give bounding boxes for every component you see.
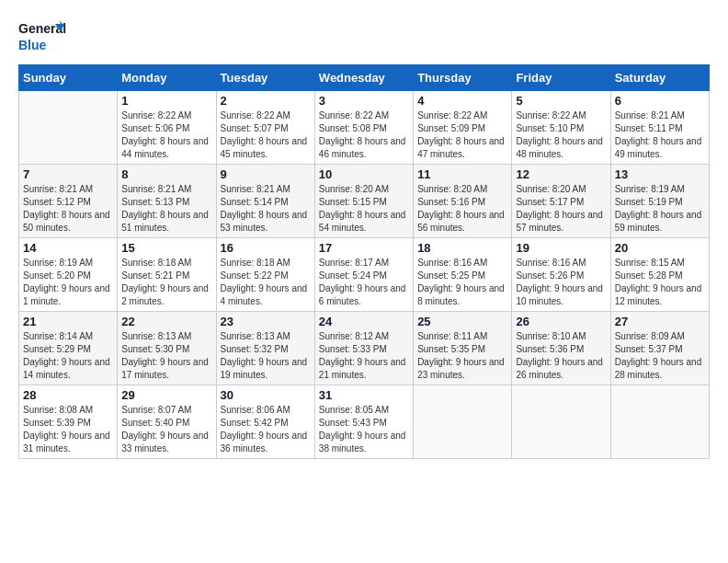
day-info: Sunrise: 8:11 AMSunset: 5:35 PMDaylight:… xyxy=(417,330,507,382)
day-number: 3 xyxy=(319,94,409,108)
day-cell: 14Sunrise: 8:19 AMSunset: 5:20 PMDayligh… xyxy=(19,238,118,312)
day-info: Sunrise: 8:21 AMSunset: 5:14 PMDaylight:… xyxy=(221,183,311,235)
day-number: 18 xyxy=(417,241,507,255)
day-number: 25 xyxy=(417,315,507,328)
day-header-saturday: Saturday xyxy=(610,65,709,91)
day-number: 10 xyxy=(319,167,409,181)
day-info: Sunrise: 8:18 AMSunset: 5:22 PMDaylight:… xyxy=(221,257,311,308)
day-cell: 18Sunrise: 8:16 AMSunset: 5:25 PMDayligh… xyxy=(414,238,512,312)
day-cell: 31Sunrise: 8:05 AMSunset: 5:43 PMDayligh… xyxy=(314,385,413,459)
day-cell: 5Sunrise: 8:22 AMSunset: 5:10 PMDaylight… xyxy=(512,91,610,165)
day-number: 2 xyxy=(221,94,311,108)
day-cell: 1Sunrise: 8:22 AMSunset: 5:06 PMDaylight… xyxy=(118,91,216,165)
day-info: Sunrise: 8:07 AMSunset: 5:40 PMDaylight:… xyxy=(121,404,211,455)
day-info: Sunrise: 8:20 AMSunset: 5:15 PMDaylight:… xyxy=(319,183,409,235)
day-header-sunday: Sunday xyxy=(19,65,118,91)
day-number: 15 xyxy=(121,241,211,255)
page: GeneralBlue SundayMondayTuesdayWednesday… xyxy=(0,0,728,563)
day-header-tuesday: Tuesday xyxy=(216,65,314,91)
calendar-table: SundayMondayTuesdayWednesdayThursdayFrid… xyxy=(18,64,710,459)
day-cell xyxy=(19,91,118,165)
day-info: Sunrise: 8:13 AMSunset: 5:30 PMDaylight:… xyxy=(121,330,211,382)
day-number: 9 xyxy=(221,167,311,181)
day-info: Sunrise: 8:19 AMSunset: 5:20 PMDaylight:… xyxy=(23,257,113,308)
day-number: 21 xyxy=(23,315,113,328)
day-info: Sunrise: 8:16 AMSunset: 5:25 PMDaylight:… xyxy=(417,257,507,308)
day-number: 7 xyxy=(23,167,113,181)
day-number: 20 xyxy=(615,241,705,255)
day-cell: 4Sunrise: 8:22 AMSunset: 5:09 PMDaylight… xyxy=(414,91,512,165)
week-row-1: 1Sunrise: 8:22 AMSunset: 5:06 PMDaylight… xyxy=(19,91,710,165)
day-info: Sunrise: 8:12 AMSunset: 5:33 PMDaylight:… xyxy=(319,330,409,382)
day-number: 26 xyxy=(516,315,606,328)
day-number: 4 xyxy=(417,94,507,108)
day-cell: 3Sunrise: 8:22 AMSunset: 5:08 PMDaylight… xyxy=(314,91,413,165)
day-number: 31 xyxy=(319,388,409,402)
day-cell: 30Sunrise: 8:06 AMSunset: 5:42 PMDayligh… xyxy=(216,385,314,459)
day-cell: 17Sunrise: 8:17 AMSunset: 5:24 PMDayligh… xyxy=(314,238,413,312)
day-cell: 23Sunrise: 8:13 AMSunset: 5:32 PMDayligh… xyxy=(216,312,314,385)
day-number: 23 xyxy=(221,315,311,328)
day-header-thursday: Thursday xyxy=(414,65,512,91)
day-number: 24 xyxy=(319,315,409,328)
day-cell xyxy=(610,385,709,459)
day-number: 1 xyxy=(121,94,211,108)
day-cell: 8Sunrise: 8:21 AMSunset: 5:13 PMDaylight… xyxy=(118,165,216,238)
day-cell: 9Sunrise: 8:21 AMSunset: 5:14 PMDaylight… xyxy=(216,165,314,238)
day-info: Sunrise: 8:17 AMSunset: 5:24 PMDaylight:… xyxy=(319,257,409,308)
day-info: Sunrise: 8:06 AMSunset: 5:42 PMDaylight:… xyxy=(221,404,311,455)
day-cell: 26Sunrise: 8:10 AMSunset: 5:36 PMDayligh… xyxy=(512,312,610,385)
day-cell: 25Sunrise: 8:11 AMSunset: 5:35 PMDayligh… xyxy=(414,312,512,385)
day-cell: 20Sunrise: 8:15 AMSunset: 5:28 PMDayligh… xyxy=(610,238,709,312)
day-number: 5 xyxy=(516,94,606,108)
day-number: 11 xyxy=(417,167,507,181)
day-info: Sunrise: 8:22 AMSunset: 5:10 PMDaylight:… xyxy=(516,109,606,161)
day-info: Sunrise: 8:14 AMSunset: 5:29 PMDaylight:… xyxy=(23,330,113,382)
week-row-2: 7Sunrise: 8:21 AMSunset: 5:12 PMDaylight… xyxy=(19,165,710,238)
day-info: Sunrise: 8:13 AMSunset: 5:32 PMDaylight:… xyxy=(221,330,311,382)
day-number: 6 xyxy=(615,94,705,108)
day-number: 22 xyxy=(121,315,211,328)
week-row-4: 21Sunrise: 8:14 AMSunset: 5:29 PMDayligh… xyxy=(19,312,710,385)
day-cell: 12Sunrise: 8:20 AMSunset: 5:17 PMDayligh… xyxy=(512,165,610,238)
svg-text:Blue: Blue xyxy=(18,38,47,52)
day-info: Sunrise: 8:10 AMSunset: 5:36 PMDaylight:… xyxy=(516,330,606,382)
day-number: 17 xyxy=(319,241,409,255)
header-row: SundayMondayTuesdayWednesdayThursdayFrid… xyxy=(19,65,710,91)
day-number: 8 xyxy=(121,167,211,181)
day-header-monday: Monday xyxy=(118,65,216,91)
day-info: Sunrise: 8:21 AMSunset: 5:11 PMDaylight:… xyxy=(615,109,705,161)
day-header-friday: Friday xyxy=(512,65,610,91)
day-number: 12 xyxy=(516,167,606,181)
day-info: Sunrise: 8:22 AMSunset: 5:06 PMDaylight:… xyxy=(121,109,211,161)
day-info: Sunrise: 8:18 AMSunset: 5:21 PMDaylight:… xyxy=(121,257,211,308)
day-cell: 19Sunrise: 8:16 AMSunset: 5:26 PMDayligh… xyxy=(512,238,610,312)
day-info: Sunrise: 8:22 AMSunset: 5:07 PMDaylight:… xyxy=(221,109,311,161)
day-number: 13 xyxy=(615,167,705,181)
day-cell xyxy=(414,385,512,459)
day-cell: 27Sunrise: 8:09 AMSunset: 5:37 PMDayligh… xyxy=(610,312,709,385)
day-info: Sunrise: 8:09 AMSunset: 5:37 PMDaylight:… xyxy=(615,330,705,382)
day-cell: 24Sunrise: 8:12 AMSunset: 5:33 PMDayligh… xyxy=(314,312,413,385)
day-info: Sunrise: 8:19 AMSunset: 5:19 PMDaylight:… xyxy=(615,183,705,235)
day-cell: 22Sunrise: 8:13 AMSunset: 5:30 PMDayligh… xyxy=(118,312,216,385)
day-cell: 7Sunrise: 8:21 AMSunset: 5:12 PMDaylight… xyxy=(19,165,118,238)
day-cell: 10Sunrise: 8:20 AMSunset: 5:15 PMDayligh… xyxy=(314,165,413,238)
day-cell: 11Sunrise: 8:20 AMSunset: 5:16 PMDayligh… xyxy=(414,165,512,238)
day-cell: 16Sunrise: 8:18 AMSunset: 5:22 PMDayligh… xyxy=(216,238,314,312)
day-info: Sunrise: 8:20 AMSunset: 5:17 PMDaylight:… xyxy=(516,183,606,235)
day-cell: 21Sunrise: 8:14 AMSunset: 5:29 PMDayligh… xyxy=(19,312,118,385)
logo: GeneralBlue xyxy=(18,18,66,55)
day-info: Sunrise: 8:21 AMSunset: 5:12 PMDaylight:… xyxy=(23,183,113,235)
day-number: 27 xyxy=(615,315,705,328)
day-info: Sunrise: 8:05 AMSunset: 5:43 PMDaylight:… xyxy=(319,404,409,455)
day-cell: 29Sunrise: 8:07 AMSunset: 5:40 PMDayligh… xyxy=(118,385,216,459)
day-info: Sunrise: 8:08 AMSunset: 5:39 PMDaylight:… xyxy=(23,404,113,455)
day-cell xyxy=(512,385,610,459)
day-number: 30 xyxy=(221,388,311,402)
day-cell: 15Sunrise: 8:18 AMSunset: 5:21 PMDayligh… xyxy=(118,238,216,312)
day-info: Sunrise: 8:20 AMSunset: 5:16 PMDaylight:… xyxy=(417,183,507,235)
day-number: 29 xyxy=(121,388,211,402)
week-row-5: 28Sunrise: 8:08 AMSunset: 5:39 PMDayligh… xyxy=(19,385,710,459)
day-cell: 6Sunrise: 8:21 AMSunset: 5:11 PMDaylight… xyxy=(610,91,709,165)
